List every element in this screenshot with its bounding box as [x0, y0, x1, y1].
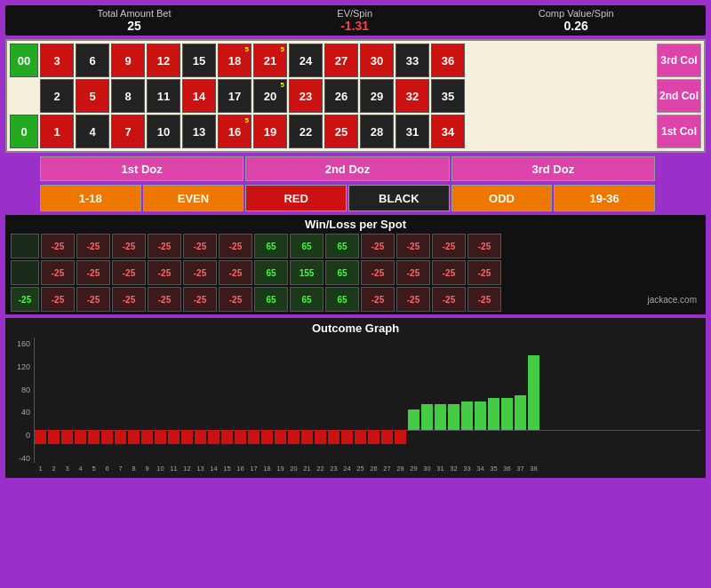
num-8[interactable]: 8	[111, 79, 145, 113]
dozen-2nd[interactable]: 2nd Doz	[245, 156, 449, 181]
winloss-row-3: -25 -25 -25 -25 -25 -25 -25 65 65 65 -25…	[11, 287, 700, 312]
bar-31	[435, 404, 446, 430]
num-1[interactable]: 1	[40, 115, 74, 148]
num-26[interactable]: 26	[324, 79, 358, 113]
winloss-title: Win/Loss per Spot	[11, 218, 700, 231]
num-25[interactable]: 25	[324, 115, 358, 148]
graph-bars-container: 1234567891011121314151617181920212223242…	[34, 338, 700, 475]
y-axis: 160 120 80 40 0 -40	[11, 338, 34, 475]
bar-17	[248, 430, 260, 444]
num-16[interactable]: 165	[218, 115, 252, 148]
wl-1-1: -25	[41, 234, 75, 258]
comp-label: Comp Value/Spin	[539, 8, 614, 19]
bet-black[interactable]: BLACK	[348, 185, 450, 211]
bar-24	[341, 430, 353, 444]
num-7[interactable]: 7	[111, 115, 145, 148]
double-zero-cell[interactable]: 00	[10, 44, 38, 77]
wl-1-13: -25	[467, 234, 501, 258]
bet-even[interactable]: EVEN	[143, 185, 244, 211]
num-2[interactable]: 2	[40, 79, 74, 113]
bar-32	[448, 404, 459, 430]
num-28[interactable]: 28	[360, 115, 394, 148]
outside-spacer-right	[657, 185, 703, 211]
wl-2-2: -25	[76, 260, 110, 285]
wl-3-7: 65	[254, 287, 288, 312]
num-33[interactable]: 33	[395, 44, 429, 77]
bar-12	[181, 430, 193, 444]
num-17[interactable]: 17	[218, 79, 252, 113]
dozen-1st[interactable]: 1st Doz	[40, 156, 244, 181]
x-label-7: 7	[114, 465, 127, 475]
bar-5	[88, 430, 100, 444]
num-12[interactable]: 12	[147, 44, 180, 77]
x-label-37: 37	[514, 465, 527, 475]
num-36[interactable]: 36	[431, 44, 465, 77]
num-20[interactable]: 205	[253, 79, 287, 113]
num-11[interactable]: 11	[147, 79, 180, 113]
num-19[interactable]: 19	[253, 115, 287, 148]
col-label-3rd[interactable]: 3rd Col	[657, 44, 701, 77]
bet-red[interactable]: RED	[245, 185, 347, 211]
numbers-grid: 3 6 9 12 15 185 215 24 27 30 33 36 2 5 8…	[40, 44, 655, 148]
num-24[interactable]: 24	[289, 44, 323, 77]
dozen-row: 1st Doz 2nd Doz 3rd Doz	[5, 156, 706, 181]
x-label-22: 22	[314, 465, 327, 475]
bar-18	[261, 430, 273, 444]
x-label-31: 31	[434, 465, 447, 475]
num-18[interactable]: 185	[218, 44, 252, 77]
y-160: 160	[17, 339, 30, 348]
bet-odd[interactable]: ODD	[451, 185, 553, 211]
winloss-grid: -25 -25 -25 -25 -25 -25 65 65 65 -25 -25…	[11, 234, 700, 312]
num-13[interactable]: 13	[182, 115, 216, 148]
bar-33	[461, 401, 473, 431]
col-label-2nd[interactable]: 2nd Col	[657, 79, 701, 113]
bet-1-18[interactable]: 1-18	[40, 185, 141, 211]
x-label-9: 9	[140, 465, 154, 475]
main-container: Total Amount Bet 25 EV/Spin -1.31 Comp V…	[0, 0, 711, 483]
bar-19	[275, 430, 286, 444]
num-4[interactable]: 4	[76, 115, 109, 148]
num-32[interactable]: 32	[395, 79, 429, 113]
num-23[interactable]: 23	[289, 79, 323, 113]
num-31[interactable]: 31	[395, 115, 429, 148]
numbers-row-mid: 2 5 8 11 14 17 205 23 26 29 32 35	[40, 79, 655, 113]
wl-zero-cell: -25	[11, 287, 39, 312]
bar-36	[501, 398, 513, 430]
graph-title: Outcome Graph	[11, 322, 700, 335]
num-15[interactable]: 15	[182, 44, 216, 77]
x-label-11: 11	[167, 465, 180, 475]
wl-2-3: -25	[112, 260, 146, 285]
winloss-section: Win/Loss per Spot -25 -25 -25 -25 -25 -2…	[5, 215, 706, 314]
num-10[interactable]: 10	[147, 115, 180, 148]
wl-1-8: 65	[290, 234, 324, 258]
num-34[interactable]: 34	[431, 115, 465, 148]
num-30[interactable]: 30	[360, 44, 394, 77]
num-22[interactable]: 22	[289, 115, 323, 148]
wl-3-12: -25	[432, 287, 466, 312]
col-label-1st[interactable]: 1st Col	[657, 115, 701, 148]
wl-2-11: -25	[396, 260, 430, 285]
wl-1-10: -25	[361, 234, 395, 258]
wl-2-7: 65	[254, 260, 288, 285]
num-3[interactable]: 3	[40, 44, 74, 77]
num-27[interactable]: 27	[324, 44, 358, 77]
bet-19-36[interactable]: 19-36	[554, 185, 655, 211]
x-label-15: 15	[220, 465, 234, 475]
num-9[interactable]: 9	[111, 44, 145, 77]
wl-2-6: -25	[219, 260, 252, 285]
wl-2-1: -25	[41, 260, 75, 285]
num-21[interactable]: 215	[253, 44, 287, 77]
num-5[interactable]: 5	[76, 79, 109, 113]
wl-2-10: -25	[361, 260, 395, 285]
ev-label: EV/Spin	[337, 8, 372, 19]
num-29[interactable]: 29	[360, 79, 394, 113]
bar-4	[75, 430, 86, 444]
wl-3-11: -25	[396, 287, 430, 312]
zero-cell[interactable]: 0	[10, 115, 38, 148]
num-35[interactable]: 35	[431, 79, 465, 113]
bar-2	[48, 430, 60, 444]
bar-9	[141, 430, 153, 444]
num-6[interactable]: 6	[76, 44, 109, 77]
num-14[interactable]: 14	[182, 79, 216, 113]
dozen-3rd[interactable]: 3rd Doz	[451, 156, 655, 181]
